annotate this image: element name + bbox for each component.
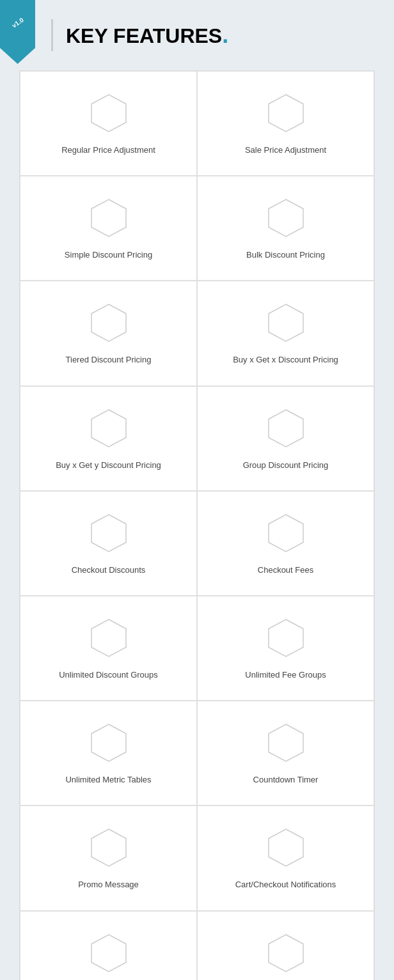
hexagon-sale-price-adjustment	[266, 93, 306, 133]
feature-cell-unlimited-discount-groups: Unlimited Discount Groups	[20, 596, 197, 701]
feature-label-promo-message: Promo Message	[78, 879, 139, 891]
feature-icon-checkout-fees	[264, 511, 308, 556]
feature-label-unlimited-discount-groups: Unlimited Discount Groups	[59, 669, 158, 681]
feature-icon-group-discount-pricing	[264, 406, 308, 451]
feature-icon-unlimited-metric-tables	[86, 720, 131, 765]
feature-cell-buy-x-get-y-discount: Buy x Get y Discount Pricing	[20, 386, 197, 491]
feature-cell-product-filters: 19 Product Filters	[20, 911, 197, 981]
svg-marker-36	[269, 829, 303, 866]
feature-icon-countdown-timer	[264, 720, 308, 765]
feature-label-unlimited-fee-groups: Unlimited Fee Groups	[245, 669, 326, 681]
svg-marker-10	[91, 304, 126, 341]
feature-cell-group-discount-pricing: Group Discount Pricing	[197, 386, 374, 491]
feature-cell-simple-discount-pricing: Simple Discount Pricing	[20, 176, 197, 281]
feature-label-simple-discount-pricing: Simple Discount Pricing	[65, 249, 152, 261]
feature-cell-tiered-discount-pricing: Tiered Discount Pricing	[20, 281, 197, 385]
feature-label-buy-x-get-x-discount: Buy x Get x Discount Pricing	[233, 354, 338, 366]
feature-icon-unlimited-fee-groups	[264, 616, 308, 660]
feature-cell-buy-x-get-x-discount: Buy x Get x Discount Pricing	[197, 281, 374, 385]
feature-icon-product-filters	[86, 931, 131, 976]
feature-icon-simple-discount-pricing	[86, 196, 131, 240]
feature-icon-checkout-discounts	[86, 511, 131, 556]
feature-cell-promo-message: Promo Message	[20, 805, 197, 910]
feature-label-checkout-fees: Checkout Fees	[258, 564, 313, 576]
svg-marker-4	[91, 199, 126, 237]
feature-cell-bulk-discount-pricing: Bulk Discount Pricing	[197, 176, 374, 281]
feature-cell-unlimited-fee-groups: Unlimited Fee Groups	[197, 596, 374, 701]
feature-icon-sale-price-adjustment	[264, 91, 308, 136]
feature-icon-buy-x-get-x-discount	[264, 300, 308, 345]
feature-label-tiered-discount-pricing: Tiered Discount Pricing	[66, 354, 152, 366]
svg-marker-31	[269, 724, 303, 761]
hexagon-unlimited-discount-groups	[89, 618, 129, 658]
svg-marker-33	[91, 829, 126, 866]
feature-cell-conditional-logics: 70 Conditional Logics	[197, 911, 374, 981]
feature-icon-unlimited-discount-groups	[86, 616, 131, 660]
svg-marker-2	[269, 95, 303, 132]
feature-label-cart-checkout-notifications: Cart/Checkout Notifications	[235, 879, 336, 891]
svg-marker-26	[91, 724, 126, 761]
features-grid: Regular Price Adjustment Sale Price Adju…	[19, 70, 375, 980]
feature-label-regular-price-adjustment: Regular Price Adjustment	[61, 144, 155, 156]
feature-icon-regular-price-adjustment	[86, 91, 131, 136]
feature-cell-unlimited-metric-tables: Unlimited Metric Tables	[20, 701, 197, 805]
feature-label-bulk-discount-pricing: Bulk Discount Pricing	[246, 249, 325, 261]
hexagon-buy-x-get-y-discount	[89, 408, 129, 448]
feature-icon-cart-checkout-notifications: i	[264, 825, 308, 870]
feature-label-buy-x-get-y-discount: Buy x Get y Discount Pricing	[56, 460, 161, 471]
hexagon-product-filters	[89, 933, 129, 973]
header-divider	[51, 19, 53, 51]
hexagon-promo-message	[89, 828, 129, 867]
feature-cell-regular-price-adjustment: Regular Price Adjustment	[20, 71, 197, 176]
page-title: KEY FEATURES.	[66, 22, 228, 49]
hexagon-buy-x-get-x-discount	[266, 303, 306, 343]
hexagon-bulk-discount-pricing	[266, 198, 306, 238]
svg-marker-42	[269, 935, 303, 972]
hexagon-tiered-discount-pricing	[89, 303, 129, 343]
svg-marker-7	[269, 199, 303, 237]
hexagon-unlimited-fee-groups	[266, 618, 306, 658]
hexagon-regular-price-adjustment	[89, 93, 129, 133]
feature-cell-sale-price-adjustment: Sale Price Adjustment	[197, 71, 374, 176]
header-dot: .	[222, 22, 228, 48]
svg-marker-22	[91, 515, 126, 552]
svg-marker-23	[269, 515, 303, 552]
hexagon-cart-checkout-notifications: i	[266, 828, 306, 867]
hexagon-checkout-discounts	[89, 513, 129, 553]
feature-label-unlimited-metric-tables: Unlimited Metric Tables	[65, 774, 151, 786]
feature-label-group-discount-pricing: Group Discount Pricing	[243, 460, 329, 471]
feature-label-countdown-timer: Countdown Timer	[253, 774, 319, 786]
feature-cell-checkout-discounts: Checkout Discounts	[20, 491, 197, 596]
version-text: v1.0	[10, 16, 24, 29]
hexagon-checkout-fees	[266, 513, 306, 553]
feature-icon-conditional-logics	[264, 931, 308, 976]
page-wrapper: v1.0 KEY FEATURES. Regular Price Adjustm…	[0, 0, 394, 980]
svg-marker-0	[91, 95, 126, 132]
hexagon-unlimited-metric-tables	[89, 723, 129, 763]
svg-marker-16	[91, 410, 126, 447]
feature-icon-promo-message	[86, 825, 131, 870]
feature-label-sale-price-adjustment: Sale Price Adjustment	[245, 144, 326, 156]
feature-icon-buy-x-get-y-discount	[86, 406, 131, 451]
feature-cell-cart-checkout-notifications: i Cart/Checkout Notifications	[197, 805, 374, 910]
hexagon-conditional-logics	[266, 933, 306, 973]
feature-cell-checkout-fees: Checkout Fees	[197, 491, 374, 596]
svg-marker-24	[91, 619, 126, 657]
feature-icon-tiered-discount-pricing	[86, 300, 131, 345]
svg-marker-25	[269, 619, 303, 657]
hexagon-simple-discount-pricing	[89, 198, 129, 238]
svg-marker-41	[91, 935, 126, 972]
feature-icon-bulk-discount-pricing	[264, 196, 308, 240]
svg-marker-19	[269, 410, 303, 447]
svg-marker-13	[269, 304, 303, 341]
feature-label-checkout-discounts: Checkout Discounts	[72, 564, 146, 576]
hexagon-group-discount-pricing	[266, 408, 306, 448]
feature-cell-countdown-timer: Countdown Timer	[197, 701, 374, 805]
hexagon-countdown-timer	[266, 723, 306, 763]
header: KEY FEATURES.	[0, 0, 394, 70]
